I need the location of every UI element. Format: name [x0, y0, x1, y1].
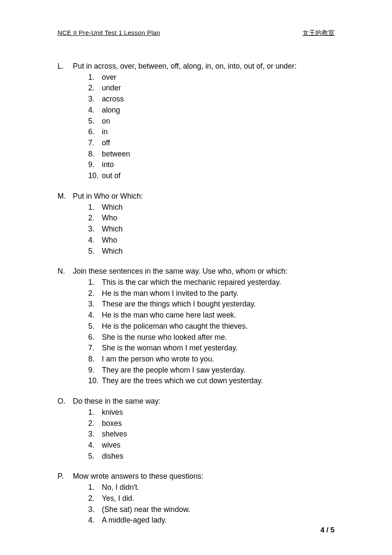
- item-num: 5.: [88, 321, 102, 332]
- list-item: 6.She is the nurse who looked after me.: [88, 332, 334, 343]
- item-num: 10.: [88, 376, 102, 387]
- item-text: They are the people whom I saw yesterday…: [102, 365, 334, 376]
- item-num: 2.: [88, 288, 102, 299]
- section-L: L. Put in across, over, between, off, al…: [58, 61, 334, 182]
- header-right: 女王的教室: [303, 29, 334, 37]
- item-num: 5.: [88, 246, 102, 257]
- section-prompt: Join these sentences in the same way. Us…: [73, 266, 334, 277]
- item-text: off: [102, 138, 334, 149]
- list-item: 8.between: [88, 149, 334, 160]
- list-item: 1.over: [88, 72, 334, 83]
- item-num: 7.: [88, 343, 102, 354]
- item-text: She is the nurse who looked after me.: [102, 332, 334, 343]
- section-prompt: Do these in the same way:: [73, 396, 334, 407]
- item-text: knives: [102, 407, 334, 418]
- item-num: 2.: [88, 493, 102, 504]
- item-list: 1.Which 2.Who 3.Which 4.Who 5.Which: [73, 202, 334, 257]
- list-item: 8.I am the person who wrote to you.: [88, 354, 334, 365]
- item-num: 3.: [88, 429, 102, 440]
- item-text: Yes, I did.: [102, 493, 334, 504]
- item-text: across: [102, 94, 334, 105]
- item-num: 3.: [88, 224, 102, 235]
- section-letter: O.: [58, 396, 73, 462]
- item-num: 4.: [88, 515, 102, 526]
- item-text: She is the woman whom I met yesterday.: [102, 343, 334, 354]
- item-num: 5.: [88, 451, 102, 462]
- list-item: 5.Which: [88, 246, 334, 257]
- item-text: I am the person who wrote to you.: [102, 354, 334, 365]
- item-num: 2.: [88, 83, 102, 94]
- item-num: 9.: [88, 365, 102, 376]
- list-item: 10.They are the trees which we cut down …: [88, 376, 334, 387]
- list-item: 4.wives: [88, 440, 334, 451]
- list-item: 2.Yes, I did.: [88, 493, 334, 504]
- item-list: 1.over 2.under 3.across 4.along 5.on 6.i…: [73, 72, 334, 182]
- section-O: O. Do these in the same way: 1.knives 2.…: [58, 396, 334, 462]
- list-item: 4.He is the man who came here last week.: [88, 310, 334, 321]
- item-num: 10.: [88, 171, 102, 182]
- item-num: 6.: [88, 332, 102, 343]
- item-text: under: [102, 83, 334, 94]
- list-item: 9.into: [88, 159, 334, 171]
- item-text: Which: [102, 202, 334, 213]
- item-text: between: [102, 149, 334, 160]
- item-text: He is the policeman who caught the thiev…: [102, 321, 334, 332]
- item-num: 1.: [88, 72, 102, 83]
- item-num: 4.: [88, 440, 102, 451]
- item-num: 5.: [88, 116, 102, 127]
- list-item: 5.on: [88, 116, 334, 127]
- item-num: 4.: [88, 310, 102, 321]
- item-text: over: [102, 72, 334, 83]
- item-text: into: [102, 159, 334, 171]
- item-num: 2.: [88, 418, 102, 429]
- list-item: 3.shelves: [88, 429, 334, 440]
- section-body: Do these in the same way: 1.knives 2.box…: [73, 396, 334, 462]
- item-num: 3.: [88, 299, 102, 310]
- section-M: M. Put in Who or Which: 1.Which 2.Who 3.…: [58, 191, 334, 257]
- section-prompt: Put in across, over, between, off, along…: [73, 61, 334, 72]
- list-item: 1.knives: [88, 407, 334, 418]
- list-item: 3.across: [88, 94, 334, 105]
- item-text: (She sat) near the window.: [102, 504, 334, 515]
- item-text: along: [102, 105, 334, 116]
- item-text: He is the man who came here last week.: [102, 310, 334, 321]
- item-num: 1.: [88, 202, 102, 213]
- list-item: 7.She is the woman whom I met yesterday.: [88, 343, 334, 354]
- item-text: They are the trees which we cut down yes…: [102, 376, 334, 387]
- list-item: 5.dishes: [88, 451, 334, 462]
- list-item: 7.off: [88, 138, 334, 149]
- list-item: 4.along: [88, 105, 334, 116]
- list-item: 2.He is the man whom I invited to the pa…: [88, 288, 334, 299]
- list-item: 3.Which: [88, 224, 334, 235]
- section-body: Put in across, over, between, off, along…: [73, 61, 334, 182]
- section-body: Join these sentences in the same way. Us…: [73, 266, 334, 387]
- page: NCE II Pre-Unit Test 1 Lesson Plan 女王的教室…: [0, 0, 392, 555]
- item-list: 1.No, I didn't. 2.Yes, I did. 3.(She sat…: [73, 482, 334, 526]
- item-text: This is the car which the mechanic repai…: [102, 277, 334, 288]
- list-item: 3.(She sat) near the window.: [88, 504, 334, 515]
- list-item: 3.These are the things which I bought ye…: [88, 299, 334, 310]
- item-text: Which: [102, 224, 334, 235]
- section-body: Mow wrote answers to these questions: 1.…: [73, 471, 334, 526]
- item-num: 2.: [88, 213, 102, 224]
- item-text: dishes: [102, 451, 334, 462]
- list-item: 2.Who: [88, 213, 334, 224]
- list-item: 1.No, I didn't.: [88, 482, 334, 493]
- list-item: 10.out of: [88, 171, 334, 182]
- item-num: 4.: [88, 235, 102, 246]
- item-num: 4.: [88, 105, 102, 116]
- item-text: wives: [102, 440, 334, 451]
- item-text: Who: [102, 213, 334, 224]
- item-text: Who: [102, 235, 334, 246]
- item-text: These are the things which I bought yest…: [102, 299, 334, 310]
- item-text: He is the man whom I invited to the part…: [102, 288, 334, 299]
- item-text: boxes: [102, 418, 334, 429]
- list-item: 4.A middle-aged lady.: [88, 515, 334, 526]
- list-item: 2.under: [88, 83, 334, 94]
- item-num: 8.: [88, 149, 102, 160]
- page-number: 4 / 5: [320, 526, 334, 535]
- item-num: 3.: [88, 94, 102, 105]
- list-item: 4.Who: [88, 235, 334, 246]
- item-list: 1.knives 2.boxes 3.shelves 4.wives 5.dis…: [73, 407, 334, 462]
- item-num: 1.: [88, 407, 102, 418]
